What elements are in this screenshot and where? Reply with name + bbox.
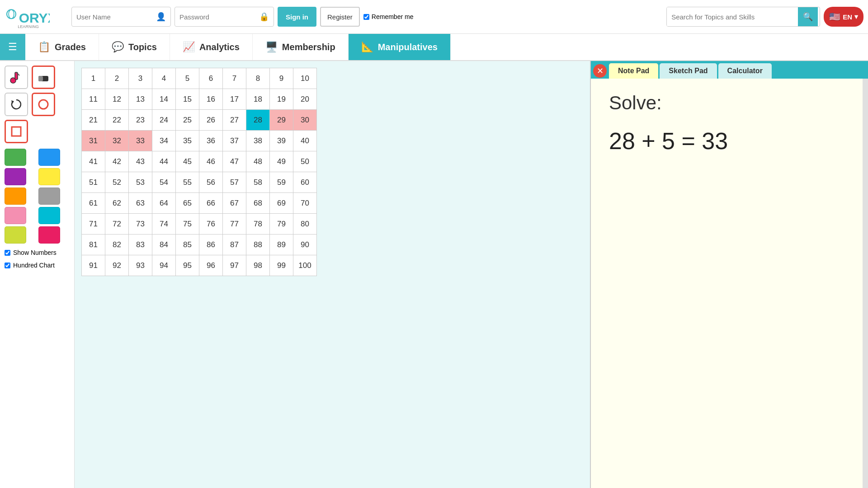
chart-cell[interactable]: 39 xyxy=(270,131,293,151)
chart-cell[interactable]: 56 xyxy=(199,172,223,193)
tab-notepad[interactable]: Note Pad xyxy=(609,63,658,79)
chart-cell[interactable]: 86 xyxy=(199,235,223,255)
color-swatch-lime[interactable] xyxy=(5,226,26,244)
hundred-chart-checkbox[interactable] xyxy=(5,263,10,268)
nav-manipulatives[interactable]: 📐 Manipulatives xyxy=(349,34,451,60)
register-button[interactable]: Register xyxy=(320,7,360,27)
chart-cell[interactable]: 75 xyxy=(176,214,199,235)
color-swatch-pink[interactable] xyxy=(5,207,26,224)
chart-cell[interactable]: 66 xyxy=(199,193,223,214)
chart-cell[interactable]: 20 xyxy=(293,89,317,110)
chart-cell[interactable]: 73 xyxy=(129,214,152,235)
chart-cell[interactable]: 71 xyxy=(82,214,105,235)
chart-cell[interactable]: 31 xyxy=(82,131,105,151)
password-field[interactable]: 🔒 xyxy=(175,7,274,27)
chart-cell[interactable]: 72 xyxy=(105,214,129,235)
chart-cell[interactable]: 89 xyxy=(270,235,293,255)
chart-cell[interactable]: 99 xyxy=(270,255,293,276)
language-selector[interactable]: 🇺🇸 EN ▾ xyxy=(824,7,863,27)
chart-cell[interactable]: 55 xyxy=(176,172,199,193)
chart-cell[interactable]: 28 xyxy=(246,110,270,131)
chart-cell[interactable]: 81 xyxy=(82,235,105,255)
chart-cell[interactable]: 3 xyxy=(129,68,152,89)
nav-membership[interactable]: 🖥️ Membership xyxy=(253,34,349,60)
chart-cell[interactable]: 58 xyxy=(246,172,270,193)
tab-calculator[interactable]: Calculator xyxy=(718,63,772,79)
show-numbers-toggle[interactable]: Show Numbers xyxy=(5,249,70,256)
chart-cell[interactable]: 42 xyxy=(105,151,129,172)
chart-cell[interactable]: 5 xyxy=(176,68,199,89)
chart-cell[interactable]: 35 xyxy=(176,131,199,151)
chart-cell[interactable]: 80 xyxy=(293,214,317,235)
chart-cell[interactable]: 14 xyxy=(152,89,176,110)
chart-cell[interactable]: 54 xyxy=(152,172,176,193)
color-swatch-green[interactable] xyxy=(5,149,26,166)
chart-cell[interactable]: 11 xyxy=(82,89,105,110)
chart-cell[interactable]: 49 xyxy=(270,151,293,172)
chart-cell[interactable]: 83 xyxy=(129,235,152,255)
color-swatch-purple[interactable] xyxy=(5,168,26,185)
chart-cell[interactable]: 63 xyxy=(129,193,152,214)
tab-sketchpad[interactable]: Sketch Pad xyxy=(660,63,717,79)
circle-tool[interactable] xyxy=(32,93,55,116)
chart-cell[interactable]: 78 xyxy=(246,214,270,235)
chart-cell[interactable]: 48 xyxy=(246,151,270,172)
rectangle-tool[interactable] xyxy=(5,120,28,143)
chart-cell[interactable]: 25 xyxy=(176,110,199,131)
chart-cell[interactable]: 91 xyxy=(82,255,105,276)
chart-cell[interactable]: 8 xyxy=(246,68,270,89)
chart-cell[interactable]: 44 xyxy=(152,151,176,172)
chart-cell[interactable]: 22 xyxy=(105,110,129,131)
chart-cell[interactable]: 96 xyxy=(199,255,223,276)
chart-cell[interactable]: 26 xyxy=(199,110,223,131)
chart-cell[interactable]: 15 xyxy=(176,89,199,110)
username-input[interactable] xyxy=(76,13,153,21)
hamburger-menu[interactable]: ☰ xyxy=(0,34,25,60)
chart-cell[interactable]: 61 xyxy=(82,193,105,214)
nav-topics[interactable]: 💬 Topics xyxy=(99,34,170,60)
chart-cell[interactable]: 65 xyxy=(176,193,199,214)
password-input[interactable] xyxy=(179,13,256,21)
chart-cell[interactable]: 67 xyxy=(223,193,246,214)
chart-cell[interactable]: 92 xyxy=(105,255,129,276)
show-numbers-checkbox[interactable] xyxy=(5,250,10,256)
chart-cell[interactable]: 27 xyxy=(223,110,246,131)
chart-cell[interactable]: 77 xyxy=(223,214,246,235)
chart-cell[interactable]: 2 xyxy=(105,68,129,89)
chart-cell[interactable]: 100 xyxy=(293,255,317,276)
chart-cell[interactable]: 7 xyxy=(223,68,246,89)
remember-me-label[interactable]: Remember me xyxy=(363,13,414,20)
chart-cell[interactable]: 62 xyxy=(105,193,129,214)
chart-cell[interactable]: 98 xyxy=(246,255,270,276)
chart-cell[interactable]: 4 xyxy=(152,68,176,89)
chart-cell[interactable]: 23 xyxy=(129,110,152,131)
chart-cell[interactable]: 69 xyxy=(270,193,293,214)
chart-cell[interactable]: 18 xyxy=(246,89,270,110)
chart-cell[interactable]: 17 xyxy=(223,89,246,110)
chart-cell[interactable]: 70 xyxy=(293,193,317,214)
chart-cell[interactable]: 47 xyxy=(223,151,246,172)
chart-cell[interactable]: 51 xyxy=(82,172,105,193)
chart-cell[interactable]: 84 xyxy=(152,235,176,255)
chart-cell[interactable]: 40 xyxy=(293,131,317,151)
chart-cell[interactable]: 43 xyxy=(129,151,152,172)
chart-cell[interactable]: 50 xyxy=(293,151,317,172)
hundred-chart-toggle[interactable]: Hundred Chart xyxy=(5,262,70,269)
color-swatch-gray[interactable] xyxy=(38,188,60,205)
nav-grades[interactable]: 📋 Grades xyxy=(25,34,99,60)
resize-handle[interactable] xyxy=(863,79,868,488)
chart-cell[interactable]: 34 xyxy=(152,131,176,151)
signin-button[interactable]: Sign in xyxy=(278,7,316,27)
chart-cell[interactable]: 1 xyxy=(82,68,105,89)
search-area[interactable]: 🔍 xyxy=(666,7,820,27)
color-swatch-blue[interactable] xyxy=(38,149,60,166)
chart-cell[interactable]: 19 xyxy=(270,89,293,110)
chart-cell[interactable]: 16 xyxy=(199,89,223,110)
chart-cell[interactable]: 13 xyxy=(129,89,152,110)
chart-cell[interactable]: 45 xyxy=(176,151,199,172)
eraser-tool[interactable] xyxy=(32,66,55,89)
search-button[interactable]: 🔍 xyxy=(798,7,818,27)
chart-cell[interactable]: 41 xyxy=(82,151,105,172)
chart-cell[interactable]: 79 xyxy=(270,214,293,235)
chart-cell[interactable]: 30 xyxy=(293,110,317,131)
